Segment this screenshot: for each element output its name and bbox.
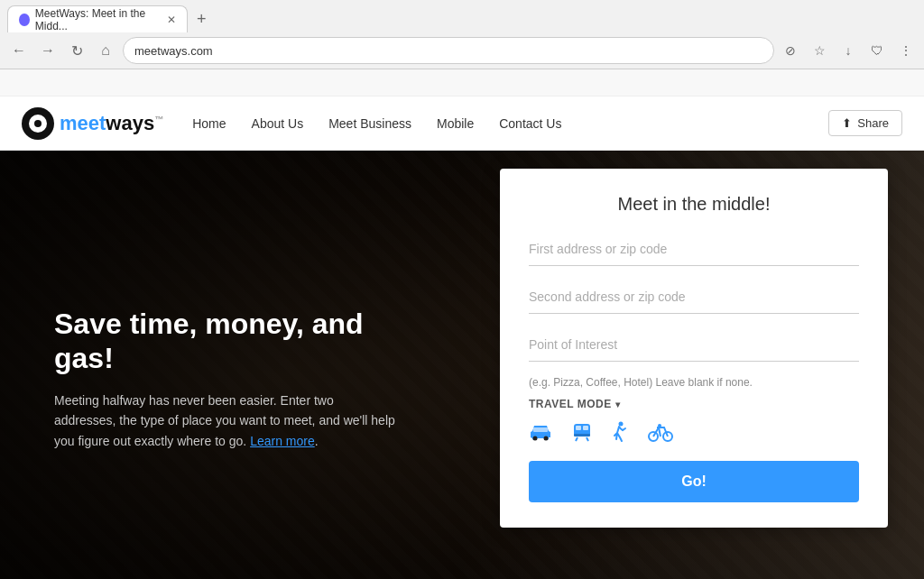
learn-more-link[interactable]: Learn more (250, 434, 315, 448)
svg-rect-6 (574, 434, 590, 437)
reload-button[interactable]: ↻ (65, 39, 88, 62)
bookmark-star-icon[interactable]: ☆ (808, 40, 830, 61)
travel-mode-label-text: TRAVEL MODE (529, 398, 612, 410)
tab-bar: MeetWays: Meet in the Midd... ✕ + (0, 0, 924, 32)
home-button[interactable]: ⌂ (94, 39, 117, 62)
svg-point-12 (658, 424, 661, 427)
hero-description: Meeting halfway has never been easier. E… (54, 391, 397, 451)
site-nav: meetways™ Home About Us Meet Business Mo… (0, 96, 924, 151)
tab-favicon (19, 14, 30, 26)
nav-link-contact-us[interactable]: Contact Us (499, 116, 561, 131)
hero-section: Save time, money, and gas! Meeting halfw… (0, 151, 924, 579)
share-label: Share (857, 116, 889, 130)
svg-rect-4 (576, 426, 581, 430)
chevron-down-icon: ▾ (615, 400, 621, 409)
logo-text: meetways™ (60, 112, 163, 135)
logo[interactable]: meetways™ (22, 107, 163, 140)
travel-mode-dropdown[interactable]: TRAVEL MODE ▾ (529, 398, 859, 410)
go-button[interactable]: Go! (529, 461, 859, 502)
back-button[interactable]: ← (7, 39, 31, 62)
menu-icon[interactable]: ⋮ (895, 40, 917, 61)
tab-close-button[interactable]: ✕ (167, 14, 176, 26)
transit-mode-icon[interactable] (570, 422, 594, 442)
point-of-interest-input[interactable] (529, 328, 859, 362)
tab-title: MeetWays: Meet in the Midd... (35, 7, 158, 32)
svg-line-8 (587, 437, 588, 441)
browser-toolbar: ← → ↻ ⌂ meetways.com ⊘ ☆ ↓ 🛡 ⋮ (0, 32, 924, 69)
share-button[interactable]: ⬆ Share (828, 110, 902, 136)
browser-chrome: MeetWays: Meet in the Midd... ✕ + ← → ↻ … (0, 0, 924, 69)
first-address-input[interactable] (529, 233, 859, 266)
logo-icon (22, 107, 54, 140)
nav-links: Home About Us Meet Business Mobile Conta… (192, 116, 828, 131)
nav-link-home[interactable]: Home (192, 116, 226, 131)
svg-point-2 (544, 437, 549, 441)
hero-title: Save time, money, and gas! (54, 307, 397, 376)
svg-rect-5 (583, 426, 588, 430)
toolbar-icons: ⊘ ☆ ↓ 🛡 ⋮ (780, 40, 917, 61)
nav-link-mobile[interactable]: Mobile (437, 116, 474, 131)
url-text: meetways.com (134, 44, 213, 58)
new-tab-button[interactable]: + (191, 10, 212, 29)
form-panel: Meet in the middle! (e.g. Pizza, Coffee,… (500, 169, 888, 528)
walking-mode-icon[interactable] (612, 421, 630, 443)
transport-mode-icons (529, 421, 859, 443)
svg-point-9 (619, 422, 624, 427)
bicycling-mode-icon[interactable] (648, 422, 673, 442)
hint-text: (e.g. Pizza, Coffee, Hotel) Leave blank … (529, 376, 859, 389)
active-tab[interactable]: MeetWays: Meet in the Midd... ✕ (7, 5, 188, 32)
form-title: Meet in the middle! (529, 194, 859, 215)
shield-icon[interactable]: 🛡 (866, 40, 888, 61)
second-address-input[interactable] (529, 280, 859, 314)
hero-content: Save time, money, and gas! Meeting halfw… (0, 307, 451, 451)
top-area (0, 69, 924, 96)
nav-link-meet-business[interactable]: Meet Business (328, 116, 411, 131)
download-icon[interactable]: ↓ (837, 40, 859, 61)
address-bar[interactable]: meetways.com (123, 37, 774, 64)
forward-button[interactable]: → (36, 39, 60, 62)
logo-dot (34, 120, 42, 127)
svg-point-1 (533, 437, 538, 441)
nav-link-about-us[interactable]: About Us (252, 116, 304, 131)
website: meetways™ Home About Us Meet Business Mo… (0, 69, 924, 579)
svg-line-7 (576, 437, 578, 441)
logo-inner (29, 115, 47, 133)
svg-rect-0 (533, 427, 548, 432)
driving-mode-icon[interactable] (529, 422, 552, 442)
screenshare-icon[interactable]: ⊘ (780, 40, 801, 61)
share-icon: ⬆ (842, 116, 852, 130)
